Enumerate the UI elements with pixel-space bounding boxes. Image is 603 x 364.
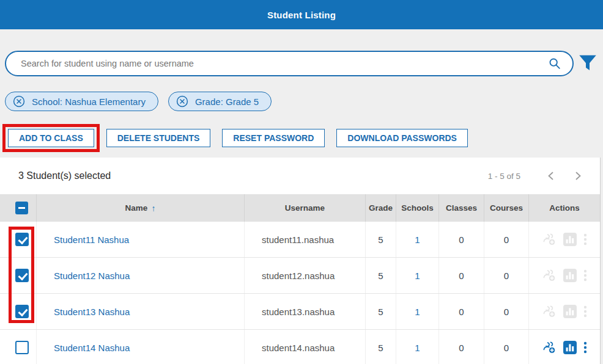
checkbox-cell: [0, 330, 37, 364]
column-header-schools[interactable]: Schools: [396, 194, 439, 222]
chip-school-filter[interactable]: School: Nashua Elementary: [5, 92, 158, 111]
classes-cell: 0: [439, 258, 484, 293]
annotation-highlight-add-to-class: ADD TO CLASS: [2, 124, 100, 152]
courses-cell: 0: [484, 330, 529, 364]
sort-ascending-icon[interactable]: ↑: [151, 203, 155, 213]
classes-cell: 0: [439, 330, 484, 364]
schools-count-link[interactable]: 1: [415, 343, 420, 353]
download-passwords-button[interactable]: DOWNLOAD PASSWORDS: [336, 129, 468, 147]
schools-count-link[interactable]: 1: [415, 307, 420, 317]
courses-cell: 0: [484, 294, 529, 329]
search-bar: [5, 51, 574, 76]
username-cell: student13.nashua: [245, 294, 366, 329]
table-header-row: Name ↑ Username Grade Schools Classes Co…: [0, 194, 600, 222]
remove-filter-icon[interactable]: [13, 95, 25, 107]
chip-label: School: Nashua Elementary: [32, 96, 146, 107]
schools-count-link[interactable]: 1: [415, 271, 420, 281]
table-row: Student14 Nashua student14.nashua 5 1 0 …: [0, 330, 600, 364]
row-checkbox[interactable]: [15, 233, 29, 246]
actions-cell: [529, 258, 600, 293]
column-header-grade[interactable]: Grade: [366, 194, 396, 222]
grade-cell: 5: [366, 294, 396, 329]
actions-cell: [529, 222, 600, 257]
actions-cell: [529, 294, 600, 329]
classes-cell: 0: [439, 222, 484, 257]
column-header-classes[interactable]: Classes: [439, 194, 484, 222]
row-more-options-kebab-icon[interactable]: [583, 341, 587, 354]
column-header-actions: Actions: [529, 194, 600, 222]
add-student-to-class-icon[interactable]: [542, 233, 557, 246]
row-checkbox[interactable]: [15, 305, 29, 318]
remove-filter-icon[interactable]: [176, 95, 188, 107]
table-row: Student12 Nashua student12.nashua 5 1 0 …: [0, 258, 600, 294]
add-to-class-button[interactable]: ADD TO CLASS: [8, 129, 94, 147]
add-student-to-class-icon[interactable]: [542, 269, 557, 282]
header-checkbox-cell: [0, 194, 37, 222]
next-page-icon[interactable]: [573, 171, 583, 181]
reset-password-button[interactable]: RESET PASSWORD: [222, 129, 325, 147]
chip-grade-filter[interactable]: Grade: Grade 5: [168, 92, 272, 111]
app-header: Student Listing: [0, 0, 603, 29]
select-all-checkbox-indeterminate[interactable]: [15, 202, 28, 214]
column-header-courses[interactable]: Courses: [484, 194, 529, 222]
student-table-card: 3 Student(s) selected 1 - 5 of 5 Name ↑ …: [0, 158, 601, 364]
row-more-options-kebab-icon[interactable]: [583, 269, 587, 282]
actions-cell: [529, 330, 600, 364]
active-filter-chips: School: Nashua Elementary Grade: Grade 5: [5, 92, 272, 111]
username-cell: student12.nashua: [245, 258, 366, 293]
checkbox-cell: [0, 294, 37, 329]
pagination-range: 1 - 5 of 5: [488, 172, 520, 181]
filter-icon[interactable]: [579, 54, 597, 71]
student-report-bar-chart-icon[interactable]: [563, 233, 577, 246]
table-body: Student11 Nashua student11.nashua 5 1 0 …: [0, 222, 600, 364]
courses-cell: 0: [484, 258, 529, 293]
row-checkbox[interactable]: [15, 341, 29, 354]
grade-cell: 5: [366, 222, 396, 257]
student-report-bar-chart-icon[interactable]: [563, 341, 577, 354]
previous-page-icon[interactable]: [546, 171, 556, 181]
student-report-bar-chart-icon[interactable]: [563, 269, 577, 282]
checkbox-cell: [0, 258, 37, 293]
student-name-link[interactable]: Student11 Nashua: [54, 235, 129, 245]
row-more-options-kebab-icon[interactable]: [583, 305, 587, 318]
chip-label: Grade: Grade 5: [195, 96, 259, 107]
grade-cell: 5: [366, 258, 396, 293]
table-row: Student11 Nashua student11.nashua 5 1 0 …: [0, 222, 600, 258]
student-name-link[interactable]: Student14 Nashua: [54, 343, 130, 353]
courses-cell: 0: [484, 222, 529, 257]
student-name-link[interactable]: Student13 Nashua: [54, 307, 130, 317]
add-student-to-class-icon[interactable]: [542, 305, 557, 318]
column-header-name[interactable]: Name ↑: [37, 194, 245, 222]
student-report-bar-chart-icon[interactable]: [563, 305, 577, 318]
row-checkbox[interactable]: [15, 269, 29, 282]
username-cell: student11.nashua: [245, 222, 366, 257]
search-input[interactable]: [5, 51, 574, 76]
schools-count-link[interactable]: 1: [415, 235, 420, 245]
pagination: 1 - 5 of 5: [488, 171, 600, 181]
row-more-options-kebab-icon[interactable]: [583, 233, 587, 246]
username-cell: student14.nashua: [245, 330, 366, 364]
page-title: Student Listing: [267, 10, 336, 20]
classes-cell: 0: [439, 294, 484, 329]
selection-summary: 3 Student(s) selected: [18, 170, 111, 181]
checkbox-cell: [0, 222, 37, 257]
grade-cell: 5: [366, 330, 396, 364]
table-toolbar: 3 Student(s) selected 1 - 5 of 5: [0, 158, 600, 194]
table-row: Student13 Nashua student13.nashua 5 1 0 …: [0, 294, 600, 330]
delete-students-button[interactable]: DELETE STUDENTS: [106, 129, 211, 147]
column-header-username[interactable]: Username: [245, 194, 366, 222]
search-icon[interactable]: [548, 57, 561, 70]
add-student-to-class-icon[interactable]: [542, 341, 557, 354]
student-name-link[interactable]: Student12 Nashua: [54, 271, 130, 281]
bulk-actions-row: ADD TO CLASS DELETE STUDENTS RESET PASSW…: [2, 124, 468, 152]
